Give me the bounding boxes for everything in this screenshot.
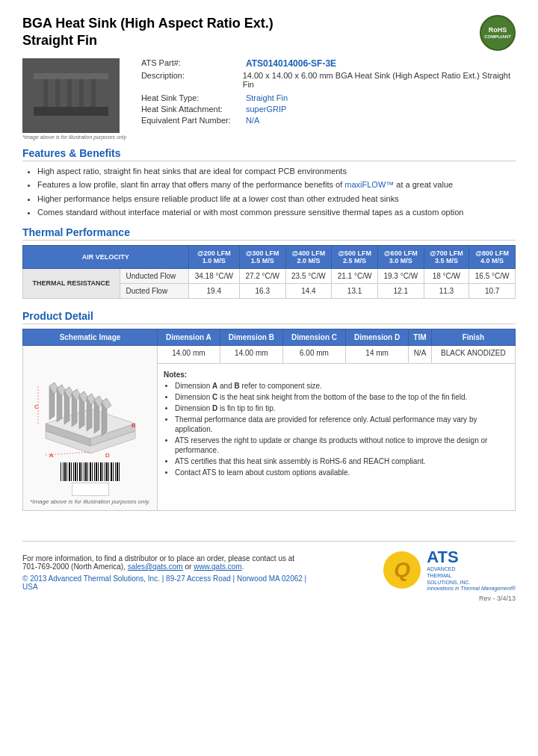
dim-d-value: 14 mm [346,345,409,363]
image-caption: *image above is for illustration purpose… [22,134,126,140]
heat-sink-type-label: Heat Sink Type: [141,93,246,102]
spec-row-equivalent: Equivalent Part Number: N/A [141,116,516,125]
rev-note: Rev - 3/4/13 [22,595,516,602]
ats-logo-text: ATS ADVANCEDTHERMALSOLUTIONS, INC. Innov… [427,549,516,591]
ats-tagline: Innovations in Thermal Management® [427,586,516,591]
svg-rect-8 [79,77,84,107]
col-200lfm: @200 LFM1.0 M/S [188,245,239,268]
note-4: Thermal performance data are provided fo… [175,415,509,434]
col-500lfm: @500 LFM2.5 M/S [332,245,378,268]
feature-item-4: Comes standard without interface materia… [37,207,516,218]
tim-value: N/A [409,345,432,363]
ats-logo-q: Q [383,551,421,589]
product-detail-section-title: Product Detail [22,310,516,324]
header-dim-a: Dimension A [158,329,220,345]
svg-rect-4 [55,77,60,107]
rohs-badge: RoHS COMPLIANT [480,15,516,51]
ducted-400: 14.4 [285,283,332,298]
schematic-cell: A B C D *Image above is for illustration… [23,345,158,510]
ats-full-name: ADVANCEDTHERMALSOLUTIONS, INC. [427,566,516,586]
thermal-resistance-label: THERMAL RESISTANCE [23,268,120,298]
description-label: Description: [141,71,243,89]
feature-item-1: High aspect ratio, straight fin heat sin… [37,166,516,177]
unducted-500: 21.1 °C/W [332,268,378,283]
col-300lfm: @300 LFM1.5 M/S [239,245,285,268]
equivalent-label: Equivalent Part Number: [141,116,246,125]
heat-sink-type-value: Straight Fin [246,93,288,102]
header-tim: TIM [409,329,432,345]
product-info-section: *image above is for illustration purpose… [22,58,516,140]
ducted-600: 12.1 [377,283,424,298]
unducted-700: 18 °C/W [424,268,469,283]
features-section-title: Features & Benefits [22,147,516,161]
unducted-row: THERMAL RESISTANCE Unducted Flow 34.18 °… [23,268,516,283]
col-400lfm: @400 LFM2.0 M/S [285,245,332,268]
note-3: Dimension D is fin tip to fin tip. [175,403,509,413]
ducted-500: 13.1 [332,283,378,298]
col-600lfm: @600 LFM3.0 M/S [377,245,424,268]
product-image-svg [26,62,116,129]
svg-rect-9 [85,77,90,107]
unducted-label: Unducted Flow [120,268,188,283]
note-6: ATS certifies that this heat sink assemb… [175,456,509,466]
svg-rect-1 [37,77,42,107]
ducted-label: Ducted Flow [120,283,188,298]
ducted-800: 10.7 [469,283,516,298]
product-image-area [22,58,120,133]
sales-email-link[interactable]: sales@qats.com [128,563,183,571]
rohs-compliant: COMPLIANT [484,34,511,40]
rohs-text: RoHS [489,26,507,34]
thermal-performance-table: AIR VELOCITY @200 LFM1.0 M/S @300 LFM1.5… [22,245,516,299]
notes-cell: Notes: Dimension A and B refer to compon… [158,363,516,510]
footer-contact: For more information, to find a distribu… [22,554,321,571]
website-link[interactable]: www.qats.com [194,563,241,571]
spec-row-part: ATS Part#: ATS014014006-SF-3E [141,58,516,69]
feature-item-2: Features a low profile, slant fin array … [37,179,516,190]
footer-left: For more information, to find a distribu… [22,554,321,591]
svg-rect-2 [43,77,48,107]
label-box [72,483,109,496]
page-header: BGA Heat Sink (High Aspect Ratio Ext.) S… [22,15,516,51]
ducted-300: 16.3 [239,283,285,298]
unducted-600: 19.3 °C/W [377,268,424,283]
spec-row-type: Heat Sink Type: Straight Fin [141,93,516,102]
description-value: 14.00 x 14.00 x 6.00 mm BGA Heat Sink (H… [243,71,516,89]
ats-letters: ATS [427,549,516,566]
note-1: Dimension A and B refer to component siz… [175,381,509,391]
ducted-200: 19.4 [188,283,239,298]
thermal-section-title: Thermal Performance [22,226,516,241]
maxiflow-link[interactable]: maxiFLOW™ [344,180,394,189]
header-finish: Finish [431,329,515,345]
note-2: Dimension C is the heat sink height from… [175,392,509,402]
unducted-200: 34.18 °C/W [188,268,239,283]
title-line1: BGA Heat Sink (High Aspect Ratio Ext.) [22,16,273,31]
dim-c-value: 6.00 mm [282,345,345,363]
dimension-values-row: A B C D *Image above is for illustration… [23,345,516,363]
note-5: ATS reserves the right to update or chan… [175,436,509,455]
svg-rect-6 [67,77,72,107]
notes-title: Notes: [164,371,509,379]
notes-section: Notes: Dimension A and B refer to compon… [160,367,513,483]
svg-rect-7 [73,77,78,107]
svg-rect-3 [49,77,54,107]
dim-b-value: 14.00 mm [220,345,282,363]
svg-rect-5 [61,77,66,107]
schematic-caption: *Image above is for illustration purpose… [25,496,155,507]
footer-copyright: © 2013 Advanced Thermal Solutions, Inc. … [22,574,321,591]
product-specs: ATS Part#: ATS014014006-SF-3E Descriptio… [141,58,516,140]
ducted-700: 11.3 [424,283,469,298]
features-list: High aspect ratio, straight fin heat sin… [22,166,516,219]
part-number-value: ATS014014006-SF-3E [246,58,336,69]
col-700lfm: @700 LFM3.5 M/S [424,245,469,268]
product-image-container: *image above is for illustration purpose… [22,58,126,140]
attachment-label: Heat Sink Attachment: [141,105,246,114]
header-dim-b: Dimension B [220,329,282,345]
feature-item-3: Higher performance helps ensure reliable… [37,193,516,205]
svg-text:B: B [132,422,135,429]
svg-text:D: D [105,452,110,459]
header-dim-c: Dimension C [282,329,345,345]
title-line2: Straight Fin [22,33,97,48]
svg-rect-0 [34,107,108,116]
schematic-svg: A B C D [31,349,150,461]
air-velocity-header: AIR VELOCITY [23,245,189,268]
